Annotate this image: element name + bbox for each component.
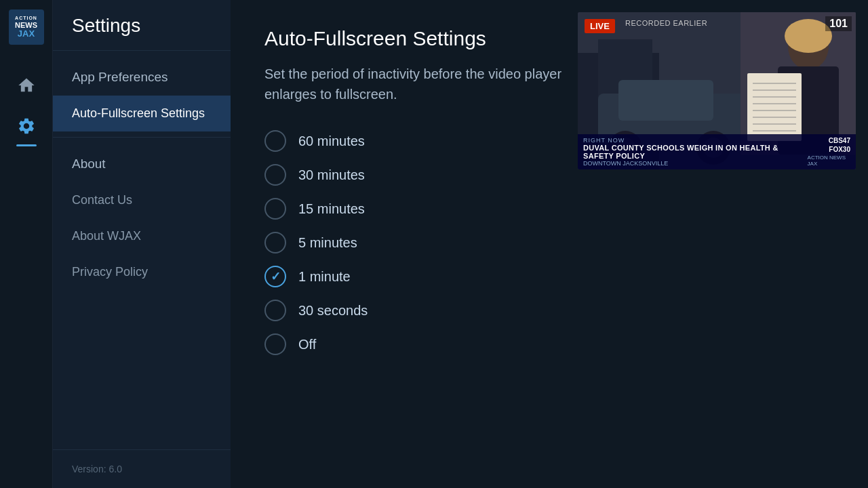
watermark-label: ACTION NEWS JAX (808, 155, 850, 167)
live-badge: LIVE (585, 19, 615, 33)
ticker-bar: RIGHT NOW DUVAL COUNTY SCHOOLS WEIGH IN … (578, 134, 856, 169)
ticker-right-now: RIGHT NOW (583, 137, 808, 144)
sidebar-item-about[interactable]: About (53, 143, 231, 182)
settings-menu: App Preferences Auto-Fullscreen Settings… (53, 51, 231, 488)
radio-item-15min[interactable]: 15 minutes (264, 192, 834, 225)
logo-jax: JAX (18, 29, 35, 39)
radio-label-off: Off (298, 337, 316, 352)
radio-label-60min: 60 minutes (298, 134, 365, 149)
radio-label-30min: 30 minutes (298, 167, 365, 183)
icon-nav: ACTION NEWS JAX (0, 0, 53, 488)
sidebar-item-app-preferences[interactable]: App Preferences (53, 56, 231, 96)
radio-circle-off (264, 333, 286, 355)
sidebar-item-contact-us[interactable]: Contact Us (53, 182, 231, 218)
menu-divider (53, 137, 231, 138)
svg-rect-4 (618, 80, 713, 121)
settings-sidebar: Settings App Preferences Auto-Fullscreen… (53, 0, 231, 488)
radio-label-15min: 15 minutes (298, 201, 365, 217)
gear-icon (17, 117, 36, 136)
main-content: Auto-Fullscreen Settings Set the period … (231, 0, 868, 488)
logo-news: NEWS (15, 21, 37, 29)
radio-item-30sec[interactable]: 30 seconds (264, 294, 834, 327)
sidebar-item-about-wjax[interactable]: About WJAX (53, 218, 231, 254)
home-icon (17, 76, 36, 95)
radio-circle-15min (264, 198, 286, 220)
radio-circle-30sec (264, 300, 286, 321)
sidebar-item-auto-fullscreen[interactable]: Auto-Fullscreen Settings (53, 96, 231, 131)
page-description: Set the period of inactivity before the … (264, 64, 563, 104)
ticker-headline: DUVAL COUNTY SCHOOLS WEIGH IN ON HEALTH … (583, 144, 808, 160)
radio-circle-60min (264, 130, 286, 152)
sidebar-item-privacy-policy[interactable]: Privacy Policy (53, 254, 231, 290)
nav-home[interactable] (0, 65, 53, 106)
radio-label-5min: 5 minutes (298, 235, 357, 251)
ticker-logo-cbs: CBS47 (829, 137, 850, 144)
radio-item-off[interactable]: Off (264, 328, 834, 361)
channel-number: 101 (825, 16, 852, 31)
app-logo[interactable]: ACTION NEWS JAX (9, 9, 44, 45)
video-content: LIVE RECORDED EARLIER 101 RIGHT NOW DUVA… (578, 12, 856, 169)
version-label: Version: 6.0 (53, 449, 231, 488)
ticker-logo-fox: FOX30 (829, 146, 850, 153)
radio-circle-30min (264, 164, 286, 186)
radio-label-1min: 1 minute (298, 269, 351, 285)
radio-item-1min[interactable]: 1 minute (264, 260, 834, 293)
radio-circle-1min (264, 266, 286, 287)
recorded-badge: RECORDED EARLIER (625, 19, 849, 27)
settings-title: Settings (53, 0, 231, 51)
radio-item-5min[interactable]: 5 minutes (264, 226, 834, 259)
logo-action: ACTION (15, 16, 37, 21)
radio-label-30sec: 30 seconds (298, 303, 368, 319)
nav-settings[interactable] (0, 106, 53, 146)
video-player[interactable]: LIVE RECORDED EARLIER 101 RIGHT NOW DUVA… (578, 12, 856, 169)
radio-circle-5min (264, 232, 286, 253)
ticker-location: DOWNTOWN JACKSONVILLE (583, 160, 808, 167)
